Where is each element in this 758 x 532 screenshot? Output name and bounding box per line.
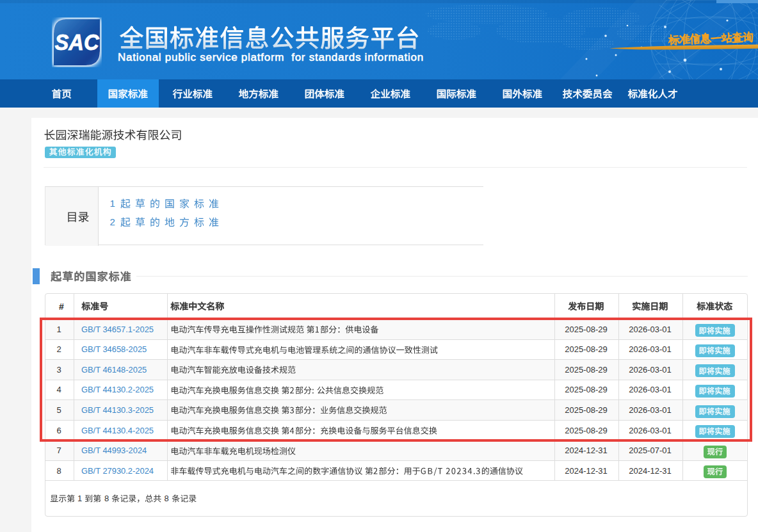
svg-text:SAC: SAC bbox=[55, 29, 100, 54]
